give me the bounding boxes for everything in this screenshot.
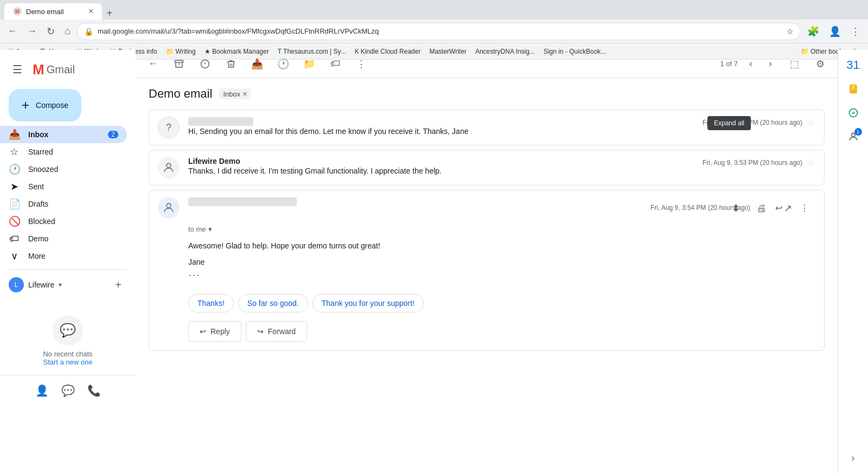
page-nav: ‹ › xyxy=(742,55,779,73)
sidebar-blocked-label: Blocked xyxy=(28,217,118,226)
message-body-3: Awesome! Glad to help. Hope your demo tu… xyxy=(188,240,815,269)
quick-reply-good[interactable]: So far so good. xyxy=(238,294,308,312)
meet-section[interactable]: L Lifewire ▾ xyxy=(9,277,110,292)
url-text: mail.google.com/mail/u/3/?tab=wm&ogbl#in… xyxy=(98,27,782,35)
gmail-main: ← 📥 🕐 📁 🏷 ⋮ 1 of 7 ‹ xyxy=(136,50,838,473)
no-chats-icon: 💬 xyxy=(53,315,83,346)
message-more-button[interactable]: ··· xyxy=(188,269,815,281)
back-to-inbox-button[interactable]: ← xyxy=(142,53,164,75)
body-line-2: Jane xyxy=(188,256,815,268)
email-toolbar: ← 📥 🕐 📁 🏷 ⋮ 1 of 7 ‹ xyxy=(136,50,838,78)
refresh-button[interactable]: ↻ xyxy=(43,23,58,40)
call-button[interactable]: 📞 xyxy=(83,380,105,401)
google-keep-button[interactable] xyxy=(843,78,864,100)
active-tab[interactable]: M Demo email × xyxy=(4,3,102,20)
view-mode-button[interactable]: ⬚ xyxy=(783,53,805,75)
inbox-tag-close-icon[interactable]: × xyxy=(242,90,247,98)
expand-icon[interactable]: › xyxy=(843,447,864,469)
sidebar-item-demo[interactable]: 🏷 Demo xyxy=(0,230,127,247)
sidebar-item-inbox[interactable]: 📥 Inbox 2 xyxy=(0,126,127,143)
delete-button[interactable] xyxy=(220,53,242,75)
to-dropdown-icon[interactable]: ▾ xyxy=(208,225,212,233)
forward-button[interactable]: ↪ Forward xyxy=(246,321,307,342)
snooze-button[interactable]: 🕐 xyxy=(272,53,294,75)
more-chevron-icon: ∨ xyxy=(9,250,20,262)
star-button-2[interactable]: ☆ xyxy=(807,157,815,169)
sidebar-item-more[interactable]: ∨ More xyxy=(0,247,127,265)
message-card-3: Fri, Aug 9, 3:54 PM (20 hours ago) ☆ ↩ ⋮… xyxy=(149,190,825,351)
contacts-button[interactable]: 👤 xyxy=(31,380,53,401)
sidebar-demo-label: Demo xyxy=(28,234,118,243)
google-tasks-button[interactable] xyxy=(843,102,864,124)
expand-collapse-button[interactable]: ⬍ xyxy=(725,197,746,219)
message-header-2[interactable]: Lifewire Demo Thanks, I did receive it. … xyxy=(149,150,824,185)
chat-button[interactable]: 💬 xyxy=(57,380,79,401)
body-line-1: Awesome! Glad to help. Hope your demo tu… xyxy=(188,240,815,252)
hamburger-menu-button[interactable]: ☰ xyxy=(7,59,28,80)
snoozed-icon: 🕐 xyxy=(9,163,20,175)
new-tab-button[interactable]: + xyxy=(102,7,117,20)
home-button[interactable]: ⌂ xyxy=(61,23,74,39)
print-button[interactable]: 🖨 xyxy=(751,197,773,219)
email-content: Demo email Inbox × Expand all ⬍ 🖨 ↗ ? xyxy=(136,78,838,473)
sent-icon: ➤ xyxy=(9,181,20,193)
more-options-button[interactable]: ⋮ xyxy=(350,53,372,75)
google-calendar-button[interactable]: 31 xyxy=(843,54,864,76)
no-chats-section: 💬 No recent chats Start a new one xyxy=(0,306,136,375)
next-email-button[interactable]: › xyxy=(762,55,779,73)
sidebar-more-label: More xyxy=(28,252,118,260)
settings-button[interactable]: ⚙ xyxy=(809,53,831,75)
back-button[interactable]: ← xyxy=(4,23,21,39)
sidebar-item-sent[interactable]: ➤ Sent xyxy=(0,178,127,195)
report-spam-button[interactable] xyxy=(194,53,216,75)
archive-button[interactable] xyxy=(168,53,190,75)
move-to-inbox-button[interactable]: 📥 xyxy=(246,53,268,75)
contacts-sidebar-button[interactable]: 1 xyxy=(843,126,864,148)
start-new-chat-link[interactable]: Start a new one xyxy=(43,358,92,366)
expand-sidebar-button[interactable]: › xyxy=(843,447,864,469)
sidebar-item-drafts[interactable]: 📄 Drafts xyxy=(0,195,127,213)
quick-reply-support[interactable]: Thank you for your support! xyxy=(312,294,424,312)
svg-point-5 xyxy=(167,203,171,208)
sidebar-bottom: 👤 💬 📞 xyxy=(0,375,136,406)
forward-label: Forward xyxy=(268,327,296,336)
expand-all-text: Expand all xyxy=(714,119,744,127)
star-page-icon[interactable]: ☆ xyxy=(787,27,794,36)
time-text-2: Fri, Aug 9, 3:53 PM (20 hours ago) xyxy=(703,159,802,167)
message-expanded-3: to me ▾ Awesome! Glad to help. Hope your… xyxy=(149,225,824,350)
address-bar[interactable]: 🔒 mail.google.com/mail/u/3/?tab=wm&ogbl#… xyxy=(77,23,801,40)
extensions-button[interactable]: 🧩 xyxy=(804,23,822,40)
label-button[interactable]: 🏷 xyxy=(324,53,346,75)
menu-button[interactable]: ⋮ xyxy=(847,23,864,40)
no-chats-text: No recent chats xyxy=(43,350,92,358)
profile-button[interactable]: 👤 xyxy=(826,23,844,40)
sidebar: ☰ M Gmail + Compose 📥 Inbox 2 ☆ Starred … xyxy=(0,50,136,473)
expand-all-tooltip: Expand all xyxy=(707,116,751,130)
sidebar-item-snoozed[interactable]: 🕐 Snoozed xyxy=(0,161,127,178)
sidebar-item-starred[interactable]: ☆ Starred xyxy=(0,143,127,161)
sidebar-drafts-label: Drafts xyxy=(28,200,118,208)
browser-toolbar: ← → ↻ ⌂ 🔒 mail.google.com/mail/u/3/?tab=… xyxy=(0,20,868,43)
sidebar-snoozed-label: Snoozed xyxy=(28,165,118,174)
demo-icon: 🏷 xyxy=(9,233,20,245)
forward-button[interactable]: → xyxy=(24,23,40,39)
inbox-tag: Inbox × xyxy=(219,88,251,99)
message-info-3 xyxy=(188,197,642,206)
sidebar-item-blocked[interactable]: 🚫 Blocked xyxy=(0,213,127,230)
svg-rect-0 xyxy=(175,60,183,62)
sender-2: Lifewire Demo xyxy=(188,157,240,165)
lock-icon: 🔒 xyxy=(84,27,93,36)
email-subject-row: Demo email Inbox × xyxy=(149,87,825,101)
tab-close-icon[interactable]: × xyxy=(88,7,93,16)
compose-button[interactable]: + Compose xyxy=(9,89,81,122)
reply-button[interactable]: ↩ Reply xyxy=(188,321,241,342)
quick-reply-thanks[interactable]: Thanks! xyxy=(188,294,234,312)
open-new-window-button[interactable]: ↗ xyxy=(777,197,799,219)
toolbar-left: ← 📥 🕐 📁 🏷 ⋮ xyxy=(142,53,372,75)
add-chat-button[interactable]: + xyxy=(110,276,127,293)
prev-email-button[interactable]: ‹ xyxy=(742,55,760,73)
message-header-3[interactable]: Fri, Aug 9, 3:54 PM (20 hours ago) ☆ ↩ ⋮ xyxy=(149,190,824,225)
move-to-button[interactable]: 📁 xyxy=(298,53,320,75)
blocked-icon: 🚫 xyxy=(9,215,20,227)
star-button-1[interactable]: ☆ xyxy=(807,117,815,129)
